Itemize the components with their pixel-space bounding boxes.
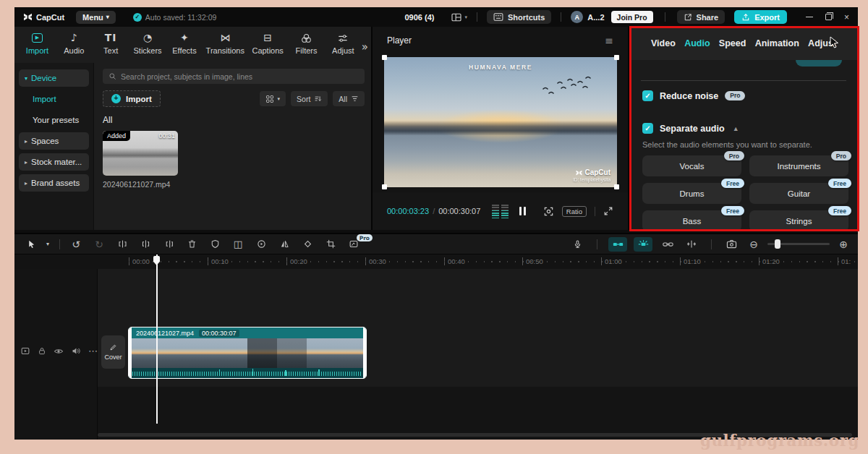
sidebar-item-brand-assets[interactable]: ▸Brand assets <box>19 174 89 192</box>
record-voiceover-button[interactable] <box>569 239 586 249</box>
import-media-button[interactable]: + Import <box>103 90 161 107</box>
audio-icon: ♪ <box>71 32 77 44</box>
close-button[interactable]: × <box>844 13 849 22</box>
zoom-slider-handle[interactable] <box>775 239 780 249</box>
collapse-caret-icon[interactable]: ▲ <box>733 125 739 132</box>
video-frame: HUMNAVA MERE CapCut ID: templatebysita <box>384 57 617 187</box>
tab-audio[interactable]: ♪Audio <box>56 30 93 55</box>
mirror-button[interactable] <box>273 239 296 249</box>
element-button-bass[interactable]: BassFree <box>642 210 741 231</box>
linked-adjust-button[interactable] <box>659 241 676 248</box>
magnetic-snap-toggle[interactable] <box>634 237 652 252</box>
tab-transitions[interactable]: ⋈Transitions <box>203 30 247 55</box>
grid-view-button[interactable]: ▾ <box>260 91 286 106</box>
search-input[interactable] <box>121 72 359 81</box>
sidebar-item-stock-materials[interactable]: ▸Stock mater... <box>19 153 89 171</box>
more-options-icon[interactable]: ⋯ <box>88 346 98 356</box>
video-clip[interactable]: 202406121027.mp4 00:00:30:07 <box>128 327 367 379</box>
tab-stickers[interactable]: ◔Stickers <box>129 30 166 55</box>
rotate-button[interactable] <box>296 239 319 249</box>
selection-handle[interactable] <box>614 55 619 60</box>
capcut-logo-text: CapCut <box>36 13 64 22</box>
layout-switcher[interactable]: ▾ <box>451 13 467 22</box>
mask-button[interactable] <box>203 239 226 249</box>
split-right-button[interactable] <box>157 239 180 249</box>
sidebar-item-spaces[interactable]: ▸Spaces <box>19 132 89 150</box>
view-controls: ▾ Sort All <box>260 91 365 106</box>
media-card[interactable]: Added 00:31 202406121027.mp4 <box>103 131 178 189</box>
cover-button[interactable]: Cover <box>101 335 125 369</box>
shortcuts-button[interactable]: Shortcuts <box>487 10 551 24</box>
element-button-drums[interactable]: DrumsFree <box>642 183 741 204</box>
element-button-instruments[interactable]: InstrumentsPro <box>749 155 848 176</box>
timeline-ruler[interactable]: 00:00 00:10 00:20 00:30 00:40 00:50 01:0… <box>14 254 858 269</box>
preview-quality-button[interactable] <box>723 239 740 249</box>
element-button-guitar[interactable]: GuitarFree <box>749 183 848 204</box>
selection-handle[interactable] <box>382 55 387 60</box>
account-area[interactable]: A A...2 <box>571 11 604 23</box>
reduce-noise-checkbox[interactable]: ✓ <box>642 90 653 101</box>
fullscreen-icon[interactable] <box>603 206 613 216</box>
separate-audio-checkbox[interactable]: ✓ <box>642 123 653 134</box>
tab-adjust[interactable]: Adjust <box>325 30 362 55</box>
zoom-out-button[interactable]: ⊖ <box>746 239 761 250</box>
player-menu-icon[interactable]: ≡ <box>605 35 613 46</box>
tab-import[interactable]: ▶Import <box>19 30 56 55</box>
delete-button[interactable] <box>180 239 203 249</box>
minimize-button[interactable] <box>806 17 813 18</box>
join-pro-button[interactable]: Join Pro <box>611 11 653 23</box>
watermark-brand: CapCut <box>584 168 610 176</box>
sort-button[interactable]: Sort <box>291 91 328 106</box>
tab-animation[interactable]: Animation <box>755 38 799 48</box>
ruler-ticks <box>129 261 858 262</box>
menu-button[interactable]: Menu ▾ <box>76 11 116 24</box>
sidebar-item-import[interactable]: Import <box>19 90 89 108</box>
select-tool-chevron-icon[interactable]: ▾ <box>41 241 55 247</box>
split-handles-button[interactable] <box>683 239 700 249</box>
tab-audio[interactable]: Audio <box>684 38 710 48</box>
lock-track-icon[interactable] <box>38 346 46 356</box>
undo-button[interactable]: ↺ <box>64 239 88 250</box>
search-bar[interactable] <box>103 69 365 84</box>
sidebar-item-your-presets[interactable]: Your presets <box>19 111 89 129</box>
tab-effects[interactable]: ✦Effects <box>166 30 203 55</box>
toggle-visibility-icon[interactable] <box>54 347 64 356</box>
element-label: Guitar <box>788 189 810 198</box>
media-thumbnail[interactable]: Added 00:31 <box>103 131 178 176</box>
mute-track-icon[interactable] <box>71 346 81 356</box>
ai-edit-button[interactable]: Pro <box>342 239 365 249</box>
select-tool[interactable] <box>22 239 41 249</box>
restore-button[interactable] <box>825 14 832 20</box>
tab-captions[interactable]: ⊟Captions <box>247 30 288 55</box>
redo-button[interactable]: ↻ <box>88 239 111 250</box>
share-button[interactable]: Share <box>677 10 726 24</box>
focus-frame-icon[interactable] <box>543 206 554 217</box>
tab-video[interactable]: Video <box>651 38 676 48</box>
crop-button[interactable] <box>319 239 342 249</box>
split-button[interactable] <box>134 239 157 249</box>
tab-text[interactable]: TIText <box>93 30 129 55</box>
tab-speed[interactable]: Speed <box>719 38 746 48</box>
pause-button[interactable] <box>519 207 526 215</box>
playhead[interactable] <box>156 254 158 424</box>
split-left-button[interactable] <box>111 239 134 249</box>
sidebar-item-device[interactable]: ▾Device <box>19 69 89 87</box>
element-button-vocals[interactable]: VocalsPro <box>642 155 741 176</box>
selection-handle[interactable] <box>382 184 387 189</box>
element-button-strings[interactable]: StringsFree <box>749 210 848 231</box>
overlay-button[interactable]: ◫ <box>226 239 250 249</box>
tab-label: Text <box>103 46 118 55</box>
filter-all-button[interactable]: All <box>333 91 365 106</box>
selection-handle[interactable] <box>614 184 619 189</box>
zoom-in-button[interactable]: ⊕ <box>836 239 851 250</box>
ratio-button[interactable]: Ratio <box>562 206 587 217</box>
timeline-zoom-slider[interactable] <box>767 243 830 245</box>
link-clips-toggle[interactable] <box>608 237 627 252</box>
export-button[interactable]: Export <box>734 10 787 24</box>
speed-button[interactable] <box>250 239 273 249</box>
avatar[interactable]: A <box>571 11 583 23</box>
player-title: Player <box>387 35 412 46</box>
video-track-icon[interactable] <box>20 346 30 356</box>
tab-filters[interactable]: Filters <box>288 30 325 55</box>
more-tabs-chevron-icon[interactable]: » <box>362 40 368 53</box>
